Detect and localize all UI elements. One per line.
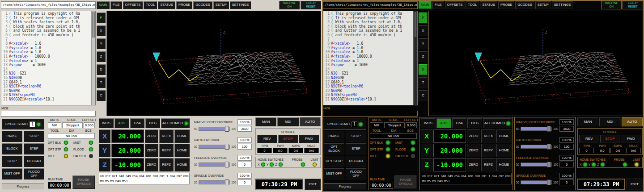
gcode-line[interactable]: 19N60M8 [2,89,91,93]
abs-button[interactable]: ABS [436,118,451,128]
pause-button[interactable]: PAUSE [2,131,22,142]
dtg-button[interactable]: DTG [467,118,482,128]
max-velocity-slider[interactable] [199,127,230,131]
mdi-mode-button[interactable]: MDI [599,117,620,126]
gcode-line[interactable]: 15N30 G21 [2,71,91,76]
mist-button[interactable]: MIST OFF [324,168,344,179]
gcode-line[interactable]: 14 [324,67,413,72]
spindle-rev-button[interactable]: REV [579,135,599,143]
mdi-input[interactable] [323,111,418,117]
side-tab-t[interactable]: T [97,77,106,88]
side-tab-y[interactable]: Y [419,38,428,49]
tab-gcodes[interactable]: GCODES [193,1,212,9]
gcode-line[interactable]: 13#<rpm> = 1600 [324,63,413,67]
opt-stop-button[interactable]: STOP [2,156,22,167]
opt-stop-button[interactable]: OPT STOP [324,156,344,167]
tab-tool[interactable]: TOOL [466,1,479,9]
axis-z-button[interactable]: Z [99,158,110,171]
side-tab-x[interactable]: X [97,25,106,36]
gcode-line[interactable]: 17G64P.1 [324,80,413,85]
gcode-line[interactable]: 2( It is released here under a GPL [2,16,91,21]
slider-handle[interactable] [225,179,229,185]
gcode-line[interactable]: 1( This program is copyright of Ra [324,12,413,16]
tab-main[interactable]: MAIN [419,1,432,9]
pause-spindle-button[interactable]: PAUSE SPINDLE [72,175,95,189]
gcode-line[interactable]: 14 [2,67,91,72]
abs-button[interactable]: ABS [114,118,129,128]
gcode-line[interactable]: 4( block with the zero point at th [2,25,91,29]
ref-z-button[interactable]: REFZ [481,158,496,171]
gcode-line[interactable]: 1( This program is copyright of Ra [2,12,91,16]
home-x-button[interactable]: HOME [496,129,512,143]
ref-x-button[interactable]: REFX [159,129,174,143]
gcode-scrollbar[interactable] [413,11,417,105]
spindle-stop-button[interactable]: STOP [600,135,620,143]
cycle-start-button[interactable]: CYCLE START 1 [2,119,44,129]
side-tab-y[interactable]: Y [97,38,106,49]
mdi-mode-button[interactable]: MDI [277,117,298,126]
home-z-button[interactable]: HOME [496,158,512,171]
slider-handle[interactable] [547,162,551,167]
mist-button[interactable]: MIST OFF [2,168,22,179]
flood-button[interactable]: FLOOD OFF [24,168,44,179]
auto-mode-button[interactable]: AUTO [622,117,643,126]
axis-x-button[interactable]: X [99,129,110,143]
tab-file[interactable]: FILE [110,1,122,9]
gcode-line[interactable]: 7 [324,38,413,42]
pause-spindle-button[interactable]: PAUSE SPINDLE [394,175,417,189]
axis-x-button[interactable]: X [421,129,432,143]
file-path-entry[interactable]: /home/chris/linuxcnc/nc_files/examples/3… [1,1,96,9]
gcode-line[interactable]: 12#<toolno> = 1 [2,59,91,63]
wcs-button[interactable]: WCS [421,118,436,128]
gcode-line[interactable]: 11#<fscale> = 10000.0 [324,54,413,59]
zero-y-button[interactable]: ZERO [145,144,158,157]
zero-x-button[interactable]: ZERO [467,129,480,143]
feedrate-slider[interactable] [199,163,230,167]
slider-handle[interactable] [547,144,551,150]
scrollbar-thumb[interactable] [414,12,417,38]
gcode-line[interactable]: 15N30 G21 [324,71,413,76]
ref-y-button[interactable]: REFY [159,144,174,157]
gcode-line[interactable]: 2( It is released here under a GPL [324,16,413,21]
max-velocity-slider[interactable] [521,127,552,131]
tab-probe[interactable]: PROBE [498,1,514,9]
gcode-line[interactable]: 18N50T#<toolno>M6 [2,84,91,89]
gcode-line[interactable]: 13#<rpm> = 1600 [2,63,91,67]
gcode-line[interactable]: 8#<xscale> = 1.0 [324,42,413,46]
slider-handle[interactable] [225,144,229,150]
gcode-line[interactable]: 18N50T#<toolno>M6 [324,84,413,89]
spindle-stop-button[interactable]: STOP [278,135,298,143]
gcode-scrollbar[interactable] [91,11,95,105]
all-homed-button[interactable]: ALL HOMED [161,118,190,128]
side-tab-p[interactable]: P [419,13,428,23]
scrollbar-thumb[interactable] [92,12,95,38]
exit-button[interactable]: EXIT [627,179,643,190]
gcode-line[interactable]: 3( With scales factors set at 1.0, [324,20,413,25]
step-button[interactable]: STEP [24,143,44,154]
stop-button[interactable]: STOP [346,131,366,142]
gcode-line[interactable]: 20N70S#<rpm>M3 [324,93,413,97]
gcode-line[interactable]: 8#<xscale> = 1.0 [2,42,91,46]
opt-block-button[interactable]: OPT BLOCK [324,143,344,154]
gcode-line[interactable]: 20N70S#<rpm>M3 [2,93,91,97]
slider-handle[interactable] [225,126,229,132]
gcode-line[interactable]: 6( and feedrate is 450 mm/min ) [324,33,413,38]
tab-offsets[interactable]: OFFSETS [123,1,143,9]
pause-button[interactable]: PAUSE [324,131,344,142]
home-y-button[interactable]: HOME [496,144,512,157]
gcode-line[interactable]: 21N90G0Z[#<zscale>*10.] [2,97,91,102]
gcode-line[interactable]: 17G64P.1 [2,80,91,85]
gcode-line[interactable]: 3( With scales factors set at 1.0, [2,20,91,25]
gcode-line[interactable]: 5( and Cutter is assumed to be a 1 [2,29,91,33]
stop-button[interactable]: STOP [24,131,44,142]
g54-button[interactable]: G54 [130,118,145,128]
spindle-rev-button[interactable]: REV [257,135,277,143]
cycle-start-button[interactable]: CYCLE START 1 [324,119,366,129]
spindle-override-slider[interactable] [199,180,230,184]
home-x-button[interactable]: HOME [174,129,190,143]
axis-y-button[interactable]: Y [421,144,432,157]
tab-offsets[interactable]: OFFSETS [445,1,465,9]
man-mode-button[interactable]: MAN [255,117,276,126]
machine-on-button[interactable]: MACHINE ON [601,1,622,9]
auto-mode-button[interactable]: AUTO [300,117,321,126]
